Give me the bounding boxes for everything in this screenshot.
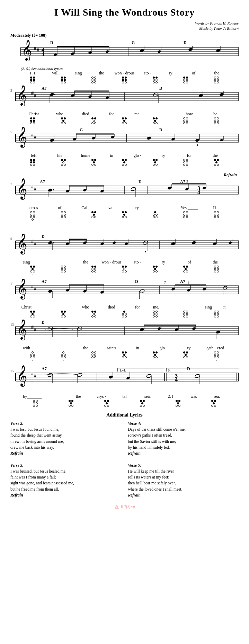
svg-text:𝄞: 𝄞 — [21, 40, 32, 62]
svg-text:3: 3 — [10, 89, 12, 92]
svg-text:7: 7 — [10, 182, 12, 186]
svg-text:#: # — [34, 373, 36, 378]
svg-point-144 — [53, 242, 54, 243]
svg-point-187 — [83, 289, 87, 293]
tab-row-3: · — [10, 159, 239, 170]
svg-point-49 — [88, 95, 92, 98]
svg-text:#: # — [31, 239, 34, 244]
svg-text:𝄞: 𝄞 — [17, 127, 27, 148]
lyrics-row-8: by_______ the crys - tal sea. 2. I was s… — [10, 394, 239, 399]
svg-text:13: 13 — [10, 323, 14, 327]
svg-text:#: # — [31, 325, 34, 330]
svg-text:#: # — [34, 93, 36, 98]
svg-text:7: 7 — [164, 280, 166, 284]
svg-text:4: 4 — [175, 377, 178, 383]
svg-point-185 — [65, 288, 70, 292]
section-1: 𝄞 # # 4 4 D G D — [10, 39, 239, 83]
lyrics-col-left: Verse 2: I was lost, but Jesus found me,… — [10, 421, 121, 498]
page: I Will Sing the Wondrous Story Words by … — [0, 0, 249, 525]
lyrics-row-7: with_______ the saints in glo - ry, gath… — [10, 346, 239, 351]
svg-text:3: 3 — [186, 179, 188, 183]
svg-point-114 — [83, 188, 87, 192]
svg-point-90 — [220, 139, 223, 141]
svg-text:𝄞: 𝄞 — [17, 279, 27, 300]
svg-point-257 — [108, 375, 113, 379]
svg-text:D: D — [159, 127, 162, 132]
refrain2: Refrain — [10, 492, 121, 498]
section-4: Refrain 7 𝄞 # # A7 D A7 3 4 — [10, 172, 239, 221]
additional-lyrics: Additional Lyrics Verse 2: I was lost, b… — [10, 412, 239, 498]
svg-point-143 — [48, 241, 53, 245]
svg-point-225 — [157, 327, 161, 330]
svg-point-261 — [146, 374, 152, 378]
svg-point-273 — [116, 507, 117, 508]
svg-text:#: # — [34, 327, 36, 332]
lyrics-row-5: sing_______ the won - drous sto - ry of … — [10, 260, 239, 265]
svg-text:3: 3 — [188, 280, 189, 284]
svg-point-78 — [91, 136, 96, 140]
svg-point-194 — [171, 287, 175, 291]
words-credit: Words by Francis H. Rowley — [10, 21, 239, 26]
svg-point-84 — [146, 136, 151, 140]
svg-point-148 — [83, 241, 87, 244]
verse4-text: Days of darkness still come o'er me, sor… — [128, 427, 239, 450]
staff-1: 𝄞 # # 4 4 D G D — [10, 39, 239, 66]
section-2: 3 𝄞 # # A7 D — [10, 86, 239, 124]
svg-point-170 — [145, 251, 146, 252]
lyrics-row-4: cross of Cal - va - ry. Yes,_____ I'll — [10, 205, 239, 211]
verse2-label: Verse 2: — [10, 421, 121, 427]
svg-point-94 — [197, 144, 198, 146]
verse5-label: Verse 5: — [128, 463, 239, 468]
svg-text:4: 4 — [42, 51, 44, 57]
svg-point-165 — [228, 241, 232, 244]
tab-row-8 — [10, 400, 239, 407]
svg-text:D: D — [135, 279, 138, 284]
svg-point-153 — [112, 241, 116, 244]
section-6: 11 𝄞 # # A7 D A7 — [10, 279, 239, 317]
refrain3: Refrain — [128, 450, 239, 456]
svg-point-18 — [71, 52, 75, 55]
section-5: 9 𝄞 # # D — [10, 234, 239, 277]
svg-text:D: D — [42, 320, 45, 325]
svg-point-25 — [140, 48, 144, 53]
riffspot-watermark: RiffSpot — [10, 504, 239, 511]
svg-text:𝄞: 𝄞 — [17, 320, 27, 341]
svg-text:#: # — [31, 132, 34, 137]
tab-row-2 — [10, 117, 239, 124]
svg-point-22 — [105, 50, 109, 53]
svg-point-198 — [202, 287, 206, 291]
svg-text:#: # — [31, 284, 34, 289]
svg-point-27 — [157, 50, 161, 53]
verse2-text: I was lost, but Jesus found me, found th… — [10, 427, 121, 450]
svg-point-88 — [195, 138, 200, 142]
riffspot-icon — [114, 504, 119, 509]
svg-text:𝄞: 𝄞 — [17, 234, 27, 255]
tempo-marking: Moderately (♩= 108) — [10, 33, 239, 38]
svg-point-159 — [171, 242, 176, 246]
lyrics-row-1: 1. I will sing the won - drous sto - ry … — [10, 71, 239, 76]
svg-text:#: # — [37, 48, 39, 53]
svg-text:A7: A7 — [180, 279, 185, 284]
svg-text:#: # — [31, 371, 34, 376]
tab-row-7: · · — [10, 351, 239, 363]
staff-3: 5 𝄞 # # G D — [10, 127, 239, 153]
svg-point-57 — [198, 93, 203, 98]
svg-point-196 — [187, 288, 191, 292]
svg-point-229 — [192, 327, 196, 330]
svg-text:15: 15 — [10, 369, 14, 373]
svg-text:#: # — [34, 186, 36, 191]
staff-7: 13 𝄞 # # D — [10, 320, 239, 346]
svg-text:4: 4 — [197, 189, 200, 195]
svg-text:5.: 5. — [168, 368, 171, 372]
svg-text:5: 5 — [10, 130, 12, 134]
svg-text:𝄞: 𝄞 — [17, 178, 27, 200]
svg-text:𝄞: 𝄞 — [17, 365, 27, 387]
section-7: 13 𝄞 # # D — [10, 320, 239, 363]
lyrics-row-2: Christ who died for me, how he — [10, 111, 239, 117]
svg-point-74 — [50, 138, 54, 142]
svg-text:D: D — [139, 179, 142, 184]
svg-point-122 — [167, 186, 172, 190]
staff-5: 9 𝄞 # # D — [10, 234, 239, 260]
refrain1: Refrain — [10, 450, 121, 456]
tab-row-6 — [10, 311, 239, 317]
